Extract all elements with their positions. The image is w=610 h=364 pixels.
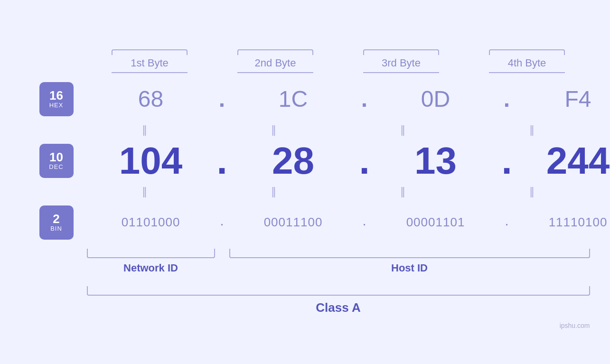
dec-row: 10 DEC 104 . 28 . 13 . 244 <box>20 140 590 182</box>
eq2-b2: ‖ <box>216 187 332 197</box>
eq2-b1: ‖ <box>87 187 203 197</box>
dec-dot3: . <box>500 139 514 183</box>
byte2-header: 2nd Byte <box>213 49 338 73</box>
hex-dot3: . <box>500 86 514 112</box>
bin-dot2: . <box>357 217 372 228</box>
dec-badge: 10 DEC <box>39 144 74 178</box>
equals-row-1: ‖ ‖ ‖ ‖ <box>87 121 590 140</box>
hex-row: 16 HEX 68 . 1C . 0D . F4 <box>20 78 590 121</box>
bin-dot1: . <box>215 217 229 228</box>
class-label: Class A <box>87 300 590 315</box>
hex-dot1: . <box>215 86 229 112</box>
eq2-b4: ‖ <box>474 187 590 197</box>
eq1-b2: ‖ <box>216 125 332 135</box>
hex-byte2: 1C <box>229 86 357 112</box>
dec-dot1: . <box>215 139 229 183</box>
network-bracket <box>87 249 215 258</box>
class-bracket <box>87 286 590 296</box>
bin-byte3: 00001101 <box>372 215 500 230</box>
hex-dot2: . <box>357 86 372 112</box>
hex-byte4: F4 <box>514 86 610 112</box>
hex-byte3: 0D <box>372 86 500 112</box>
bin-byte2: 00011100 <box>229 215 357 230</box>
host-bracket <box>229 249 590 258</box>
eq1-b4: ‖ <box>474 125 590 135</box>
equals-row-2: ‖ ‖ ‖ ‖ <box>87 182 590 201</box>
dec-byte2: 28 <box>229 139 357 183</box>
eq2-b3: ‖ <box>345 187 461 197</box>
byte1-header: 1st Byte <box>87 49 213 73</box>
dec-dot2: . <box>357 139 372 183</box>
network-id-label: Network ID <box>87 262 215 274</box>
hex-badge: 16 HEX <box>39 82 74 116</box>
host-id-label: Host ID <box>229 262 590 274</box>
bin-row: 2 BIN 01101000 . 00011100 . 00001101 . 1… <box>20 201 590 244</box>
dec-byte1: 104 <box>87 139 215 183</box>
bin-badge: 2 BIN <box>39 205 74 240</box>
class-section: Class A <box>87 286 590 315</box>
eq1-b1: ‖ <box>87 125 203 135</box>
byte3-header: 3rd Byte <box>338 49 464 73</box>
watermark: ipshu.com <box>560 322 590 329</box>
id-section: Network ID Host ID <box>87 249 590 274</box>
byte4-header: 4th Byte <box>464 49 590 73</box>
eq1-b3: ‖ <box>345 125 461 135</box>
bin-byte4: 11110100 <box>514 215 610 230</box>
bin-dot3: . <box>500 217 514 228</box>
dec-byte4: 244 <box>514 139 610 183</box>
hex-byte1: 68 <box>87 86 215 112</box>
dec-byte3: 13 <box>372 139 500 183</box>
bin-byte1: 01101000 <box>87 215 215 230</box>
